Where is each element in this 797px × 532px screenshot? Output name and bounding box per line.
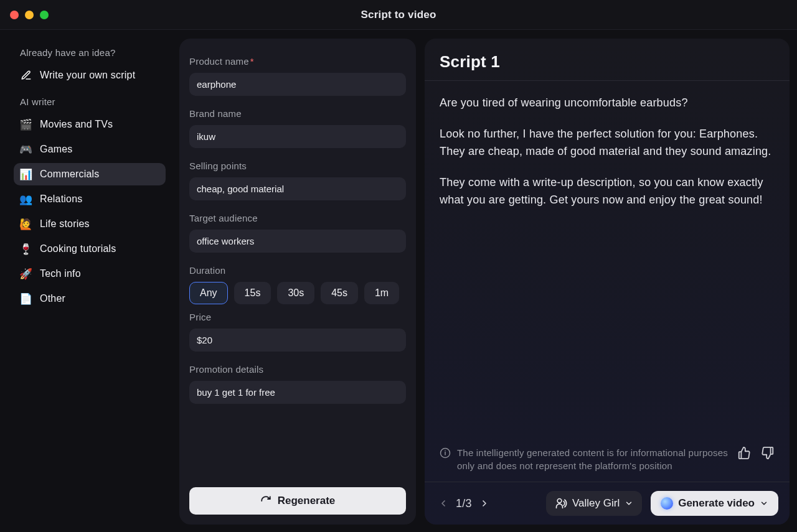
- sidebar-item-label: Games: [40, 144, 73, 155]
- sidebar-item-label: Cooking tutorials: [40, 243, 116, 254]
- product-name-input[interactable]: [189, 73, 406, 96]
- rocket-icon: 🚀: [20, 268, 32, 280]
- disclaimer-text: The intelligently generated content is f…: [457, 446, 731, 474]
- refresh-icon: [260, 495, 271, 506]
- sidebar-heading-ai: AI writer: [20, 96, 166, 107]
- target-audience-input[interactable]: [189, 230, 406, 253]
- regenerate-label: Regenerate: [278, 495, 336, 507]
- info-icon: [440, 447, 451, 459]
- gamepad-icon: 🎮: [20, 143, 32, 156]
- sidebar-item-label: Write your own script: [40, 70, 135, 81]
- sidebar-item-relations[interactable]: 👥 Relations: [14, 188, 166, 210]
- pager-indicator: 1/3: [456, 497, 472, 510]
- selling-points-label: Selling points: [189, 161, 406, 171]
- disclaimer-row: The intelligently generated content is f…: [425, 446, 790, 482]
- sidebar-item-label: Life stories: [40, 218, 90, 230]
- document-icon: 📄: [20, 292, 32, 305]
- duration-chip-15s[interactable]: 15s: [234, 282, 271, 304]
- chart-icon: 📊: [20, 168, 32, 180]
- voice-selector[interactable]: Valley Girl: [546, 491, 642, 516]
- voice-label: Valley Girl: [572, 497, 620, 510]
- sidebar-item-games[interactable]: 🎮 Games: [14, 138, 166, 161]
- sidebar-item-commercials[interactable]: 📊 Commercials: [14, 163, 166, 185]
- form-panel: Product name* Brand name Selling points …: [179, 39, 416, 525]
- pencil-icon: [20, 69, 32, 82]
- titlebar: Script to video: [0, 0, 797, 30]
- person-wave-icon: 🙋: [20, 218, 32, 230]
- brand-name-input[interactable]: [189, 125, 406, 148]
- clapperboard-icon: 🎬: [20, 118, 32, 131]
- duration-chip-30s[interactable]: 30s: [277, 282, 314, 304]
- promotion-label: Promotion details: [189, 364, 406, 375]
- thumbs-down-button[interactable]: [761, 446, 775, 460]
- sidebar-item-label: Other: [40, 293, 65, 304]
- sidebar-item-label: Commercials: [40, 169, 100, 180]
- sidebar-heading-idea: Already have an idea?: [20, 47, 166, 58]
- chevron-down-icon: [625, 499, 633, 508]
- script-header: Script 1: [425, 39, 790, 81]
- script-title: Script 1: [440, 52, 775, 72]
- pager-next-button[interactable]: [477, 496, 492, 511]
- target-audience-label: Target audience: [189, 213, 406, 223]
- ai-orb-icon: [661, 497, 673, 510]
- script-paragraph: Look no further, I have the perfect solu…: [440, 126, 775, 161]
- sidebar: Already have an idea? Write your own scr…: [7, 39, 171, 525]
- pager: 1/3: [436, 496, 492, 511]
- sidebar-item-cooking[interactable]: 🍷 Cooking tutorials: [14, 238, 166, 260]
- duration-label: Duration: [189, 265, 406, 276]
- sidebar-item-life-stories[interactable]: 🙋 Life stories: [14, 213, 166, 235]
- sidebar-item-movies[interactable]: 🎬 Movies and TVs: [14, 113, 166, 136]
- wine-icon: 🍷: [20, 243, 32, 255]
- selling-points-input[interactable]: [189, 177, 406, 200]
- sidebar-item-label: Relations: [40, 194, 83, 205]
- required-asterisk: *: [250, 56, 254, 67]
- promotion-input[interactable]: [189, 381, 406, 404]
- duration-chip-45s[interactable]: 45s: [321, 282, 358, 304]
- script-paragraph: They come with a write-up description, s…: [440, 174, 775, 209]
- sidebar-item-other[interactable]: 📄 Other: [14, 287, 166, 310]
- script-panel: Script 1 Are you tired of wearing uncomf…: [425, 39, 790, 525]
- duration-chip-any[interactable]: Any: [189, 282, 228, 304]
- regenerate-button[interactable]: Regenerate: [189, 487, 406, 515]
- voice-icon: [555, 497, 567, 510]
- generate-label: Generate video: [678, 497, 755, 510]
- sidebar-item-label: Movies and TVs: [40, 119, 113, 130]
- price-input[interactable]: [189, 329, 406, 352]
- sidebar-item-label: Tech info: [40, 268, 81, 279]
- script-body: Are you tired of wearing uncomfortable e…: [425, 81, 790, 446]
- thumbs-up-button[interactable]: [737, 446, 751, 460]
- script-footer: 1/3 Valley Girl Generate video: [425, 482, 790, 525]
- generate-video-button[interactable]: Generate video: [651, 491, 778, 516]
- sidebar-item-write-own[interactable]: Write your own script: [14, 64, 166, 86]
- duration-chip-1m[interactable]: 1m: [364, 282, 399, 304]
- brand-name-label: Brand name: [189, 108, 406, 119]
- pager-prev-button[interactable]: [436, 496, 451, 511]
- chevron-down-icon: [760, 499, 768, 508]
- duration-chip-group: Any 15s 30s 45s 1m: [189, 282, 406, 304]
- rating-controls: [737, 446, 775, 460]
- product-name-label: Product name*: [189, 56, 406, 67]
- people-icon: 👥: [20, 193, 32, 205]
- price-label: Price: [189, 312, 406, 322]
- sidebar-item-tech[interactable]: 🚀 Tech info: [14, 263, 166, 285]
- window-title: Script to video: [0, 9, 797, 21]
- svg-point-3: [557, 499, 562, 503]
- script-paragraph: Are you tired of wearing uncomfortable e…: [440, 95, 775, 112]
- svg-point-2: [445, 450, 446, 451]
